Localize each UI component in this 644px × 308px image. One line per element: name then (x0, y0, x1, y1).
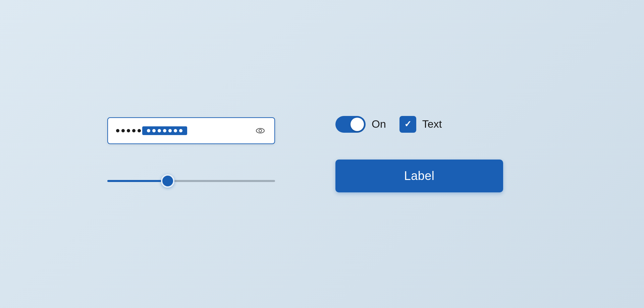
svg-point-1 (259, 129, 262, 132)
checkbox[interactable]: ✓ (399, 116, 416, 133)
toggle-container: On (335, 116, 386, 133)
sel-dot-1 (147, 129, 150, 132)
dot-4 (132, 129, 136, 132)
unselected-dots (116, 129, 141, 132)
toggle-thumb (351, 118, 364, 131)
sel-dot-7 (179, 129, 182, 132)
password-input[interactable] (107, 117, 275, 144)
password-dots-area (116, 126, 254, 135)
sel-dot-2 (152, 129, 156, 132)
dot-2 (121, 129, 125, 132)
show-password-button[interactable] (254, 125, 266, 137)
checkbox-label: Text (422, 118, 442, 130)
primary-button[interactable]: Label (335, 160, 503, 192)
controls-row: On ✓ Text (335, 116, 537, 133)
sel-dot-6 (174, 129, 177, 132)
right-column: On ✓ Text Label (335, 116, 537, 192)
toggle-switch[interactable] (335, 116, 366, 133)
slider-container[interactable] (107, 171, 275, 191)
sel-dot-5 (168, 129, 172, 132)
sel-dot-3 (158, 129, 161, 132)
toggle-label: On (372, 118, 386, 130)
sel-dot-4 (163, 129, 166, 132)
dot-3 (127, 129, 130, 132)
dot-1 (116, 129, 119, 132)
left-column (107, 116, 309, 192)
checkmark-icon: ✓ (404, 119, 412, 129)
main-container: On ✓ Text Label (87, 96, 557, 212)
eye-icon (256, 126, 265, 135)
slider-track (107, 180, 275, 182)
checkbox-container: ✓ Text (399, 116, 442, 133)
selected-dots (142, 126, 187, 135)
slider-thumb[interactable] (161, 174, 174, 188)
slider-fill (107, 180, 168, 182)
dot-5 (138, 129, 141, 132)
